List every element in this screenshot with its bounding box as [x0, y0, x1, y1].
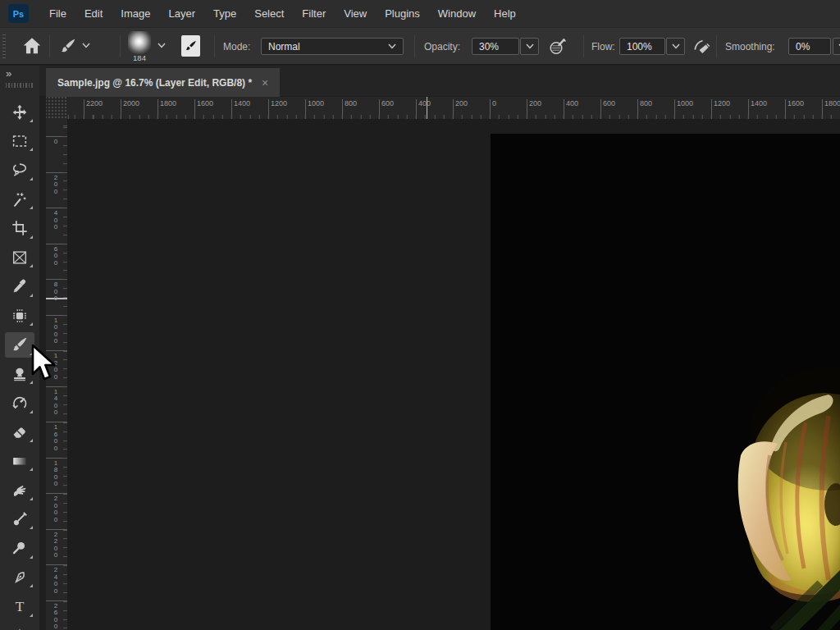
tool-panel: » T	[0, 66, 39, 630]
ruler-label: 1600	[788, 99, 804, 107]
frame-tool[interactable]	[5, 244, 34, 270]
mode-dropdown[interactable]: Normal	[261, 38, 404, 55]
flow-chevron[interactable]	[666, 38, 685, 55]
menu-item-layer[interactable]: Layer	[160, 1, 205, 26]
tulip-flower-image	[491, 134, 840, 630]
smoothing-chevron[interactable]	[833, 38, 840, 55]
pressure-opacity-icon	[547, 37, 568, 57]
ruler-major-tick	[564, 99, 564, 119]
ruler-major-tick	[379, 99, 380, 119]
brush-preset-picker[interactable]	[128, 31, 151, 54]
chevron-down-icon	[158, 43, 166, 48]
type-tool-icon: T	[11, 597, 29, 615]
history-brush-tool[interactable]	[5, 390, 34, 416]
svg-text:T: T	[16, 598, 25, 614]
menu-item-select[interactable]: Select	[245, 1, 293, 26]
ruler-major-tick	[490, 99, 491, 119]
menu-item-window[interactable]: Window	[429, 1, 485, 26]
lasso-tool[interactable]	[5, 158, 34, 183]
toggle-brush-settings-button[interactable]	[181, 35, 200, 57]
ruler-major-tick	[305, 99, 306, 119]
ruler-vertical[interactable]: 0200400600800100012001400160018002000220…	[46, 119, 67, 630]
brush-tool[interactable]	[5, 332, 34, 358]
path-selection-tool[interactable]	[5, 623, 34, 630]
rectangular-marquee-tool-icon	[11, 132, 29, 150]
ruler-major-tick	[46, 600, 67, 601]
panel-collapse-button[interactable]: »	[6, 67, 11, 80]
ruler-major-tick	[194, 99, 195, 119]
ruler-label: 1400	[234, 99, 250, 107]
ruler-major-tick	[46, 208, 67, 208]
burn-tool[interactable]	[5, 506, 34, 532]
ruler-major-tick	[46, 458, 67, 459]
tool-preset-button[interactable]	[59, 37, 77, 55]
clone-stamp-tool[interactable]	[5, 361, 34, 386]
menu-item-edit[interactable]: Edit	[75, 1, 112, 26]
dodge-tool-icon	[11, 539, 29, 557]
ruler-major-tick	[46, 172, 67, 173]
gradient-tool[interactable]	[5, 448, 34, 473]
home-button[interactable]	[21, 35, 43, 57]
eyedropper-tool[interactable]	[5, 274, 34, 299]
menu-item-help[interactable]: Help	[485, 1, 525, 26]
ruler-major-tick	[46, 350, 67, 351]
smoothing-field[interactable]: 0%	[788, 38, 831, 55]
move-tool[interactable]	[5, 99, 34, 125]
chevron-down-icon	[82, 43, 90, 48]
eyedropper-tool-icon	[11, 277, 29, 295]
pen-tool[interactable]	[5, 564, 34, 590]
canvas-image[interactable]	[491, 134, 840, 630]
ruler-label: 2200	[86, 99, 103, 107]
brush-size-value: 184	[125, 53, 154, 62]
pasteboard[interactable]	[67, 119, 840, 630]
ruler-label: 1800	[824, 99, 840, 107]
document-tab[interactable]: Sample.jpg @ 16.7% (Layer Edit, RGB/8) *…	[46, 68, 280, 97]
menu-item-file[interactable]: File	[40, 1, 75, 26]
options-bar: 184 Mode: Normal Opacity: 30%	[0, 28, 840, 65]
crop-tool[interactable]	[5, 216, 34, 241]
ruler-label: 1000	[46, 317, 66, 345]
ruler-label: 1200	[271, 99, 287, 107]
ruler-major-tick	[46, 493, 67, 494]
eraser-tool[interactable]	[5, 419, 34, 445]
ruler-label: 2200	[46, 532, 66, 559]
tab-close-icon[interactable]: ×	[262, 77, 268, 89]
magic-wand-tool[interactable]	[5, 186, 34, 212]
document-tab-title: Sample.jpg @ 16.7% (Layer Edit, RGB/8) *	[57, 77, 252, 89]
brush-preset-chevron[interactable]	[158, 43, 166, 48]
tool-preset-chevron[interactable]	[82, 43, 90, 48]
menu-item-view[interactable]: View	[335, 1, 376, 26]
airbrush-button[interactable]	[691, 37, 712, 57]
healing-brush-tool[interactable]	[5, 303, 34, 328]
ruler-major-tick	[231, 99, 232, 119]
ruler-label: 600	[603, 99, 615, 107]
healing-brush-tool-icon	[11, 307, 29, 325]
menu-item-type[interactable]: Type	[204, 1, 245, 26]
ruler-origin-corner[interactable]	[46, 97, 67, 119]
type-tool[interactable]: T	[5, 594, 34, 619]
pressure-opacity-button[interactable]	[547, 37, 568, 57]
opacity-chevron[interactable]	[520, 38, 539, 55]
mode-label: Mode:	[223, 41, 250, 52]
menu-items: FileEditImageLayerTypeSelectFilterViewPl…	[40, 1, 525, 26]
smudge-tool[interactable]	[5, 477, 34, 503]
menu-item-plugins[interactable]: Plugins	[376, 1, 429, 26]
flow-field[interactable]: 100%	[619, 38, 665, 55]
rectangular-marquee-tool[interactable]	[5, 128, 34, 153]
ruler-label: 1600	[46, 424, 66, 452]
brush-icon	[59, 37, 77, 55]
smoothing-label: Smoothing:	[725, 41, 775, 52]
panel-grip[interactable]	[6, 83, 34, 88]
ruler-label: 2000	[46, 495, 66, 523]
menu-item-filter[interactable]: Filter	[293, 1, 335, 26]
ruler-label: 0	[46, 139, 66, 146]
opacity-field[interactable]: 30%	[472, 38, 519, 55]
options-bar-grip[interactable]	[2, 34, 6, 58]
photoshop-logo: Ps	[8, 4, 29, 23]
ruler-major-tick	[46, 244, 67, 244]
ruler-label: 600	[381, 99, 394, 107]
ruler-label: 1200	[46, 353, 66, 381]
menu-item-image[interactable]: Image	[112, 1, 159, 26]
dodge-tool[interactable]	[5, 536, 34, 561]
ruler-horizontal[interactable]: 2200200018001600140012001000800600400200…	[67, 97, 840, 119]
